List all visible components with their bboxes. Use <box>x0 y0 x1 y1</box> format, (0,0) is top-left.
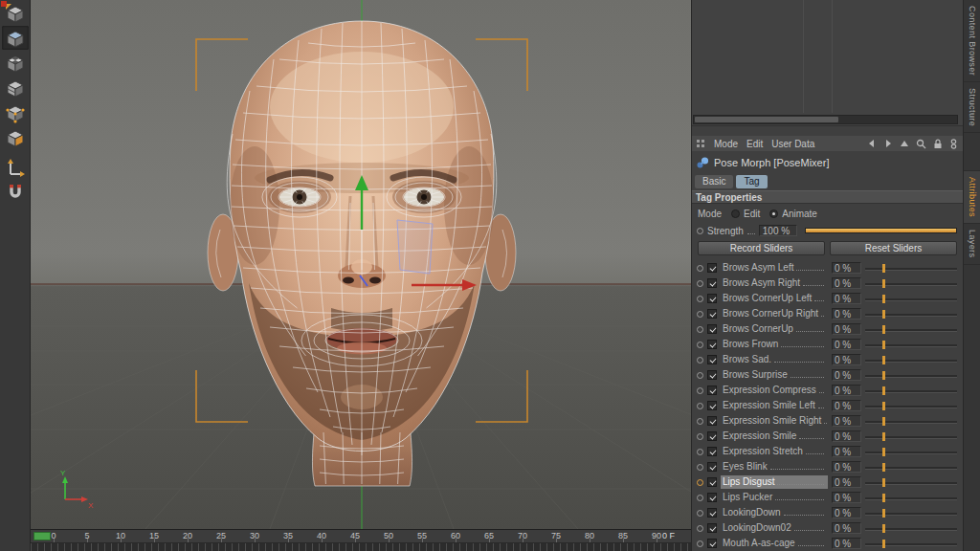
mode-option-animate[interactable]: Animate <box>769 209 817 219</box>
slider-value[interactable]: 0 % <box>832 415 861 427</box>
keyframe-dot-icon[interactable] <box>697 433 703 440</box>
morph-slider-row[interactable]: Brows Asym Right 0 % <box>692 276 963 291</box>
slider-handle[interactable] <box>882 371 885 380</box>
keyframe-dot-icon[interactable] <box>697 540 703 547</box>
slider-checkbox[interactable] <box>707 309 717 319</box>
slider-name-cell[interactable]: Brows CornerUp <box>721 322 828 336</box>
slider-checkbox[interactable] <box>707 294 717 303</box>
slider-handle[interactable] <box>882 295 885 303</box>
slider-value[interactable]: 0 % <box>832 430 861 442</box>
slider-value[interactable]: 0 % <box>832 308 861 320</box>
morph-slider-row[interactable]: Lips Disgust 0 % <box>692 474 963 490</box>
slider-track[interactable] <box>865 323 957 335</box>
slider-checkbox[interactable] <box>707 340 717 349</box>
browser-area[interactable] <box>692 0 963 126</box>
slider-track[interactable] <box>865 430 957 442</box>
slider-handle[interactable] <box>882 310 885 319</box>
morph-slider-row[interactable]: Brows Frown 0 % <box>692 337 963 352</box>
slider-track[interactable] <box>865 476 957 488</box>
morph-slider-row[interactable]: Lips Pucker 0 % <box>692 490 963 505</box>
keyframe-dot-icon[interactable] <box>697 495 703 501</box>
browser-hscrollbar[interactable] <box>693 115 958 124</box>
slider-track[interactable] <box>865 446 957 457</box>
slider-value[interactable]: 0 % <box>832 293 861 304</box>
mode-option-edit[interactable]: Edit <box>731 209 760 219</box>
tab-tag[interactable]: Tag <box>736 175 767 188</box>
reset-sliders-button[interactable]: Reset Sliders <box>830 241 957 255</box>
slider-checkbox[interactable] <box>707 477 717 487</box>
slider-track[interactable] <box>865 277 957 289</box>
morph-slider-row[interactable]: LookingDown02 0 % <box>692 520 963 536</box>
slider-name-cell[interactable]: Expression Smile <box>721 430 828 443</box>
keyframe-dot-icon[interactable] <box>697 357 703 364</box>
link-icon[interactable] <box>949 139 958 149</box>
slider-checkbox[interactable] <box>707 355 717 364</box>
menu-mode[interactable]: Mode <box>714 139 738 149</box>
morph-slider-row[interactable]: LookingDown 0 % <box>692 505 963 520</box>
keyframe-dot-icon[interactable] <box>697 449 703 455</box>
morph-slider-row[interactable]: Brows Asym Left 0 % <box>692 260 963 276</box>
keyframe-dot-icon[interactable] <box>697 510 703 517</box>
slider-handle[interactable] <box>882 325 885 334</box>
slider-name-cell[interactable]: Brows CornerUp Right <box>721 307 828 320</box>
object-title-row[interactable]: Pose Morph [PoseMixer] <box>692 153 963 172</box>
morph-slider-row[interactable]: Brows CornerUp 0 % <box>692 321 963 337</box>
slider-checkbox[interactable] <box>707 370 717 380</box>
keyframe-dot-icon[interactable] <box>697 296 703 302</box>
slider-name-cell[interactable]: Expression Compress <box>721 384 828 397</box>
slider-track[interactable] <box>865 339 957 350</box>
slider-track[interactable] <box>865 522 957 534</box>
tab-structure[interactable]: Structure <box>964 82 980 133</box>
slider-track[interactable] <box>865 262 957 274</box>
slider-value[interactable]: 0 % <box>832 476 861 488</box>
slider-checkbox[interactable] <box>707 324 717 334</box>
morph-slider-row[interactable]: Expression Smile Left 0 % <box>692 398 963 413</box>
slider-name-cell[interactable]: Expression Smile Left <box>721 399 828 412</box>
radio-edit-icon[interactable] <box>731 209 740 218</box>
morph-slider-row[interactable]: Mouth A-as-cage 0 % <box>692 536 963 551</box>
slider-handle[interactable] <box>882 264 885 273</box>
slider-track[interactable] <box>865 538 957 549</box>
slider-track[interactable] <box>865 308 957 320</box>
slider-name-cell[interactable]: Expression Stretch <box>721 445 828 458</box>
slider-handle[interactable] <box>882 356 885 364</box>
points-mode-button[interactable] <box>2 100 29 124</box>
slider-checkbox[interactable] <box>707 386 717 395</box>
slider-handle[interactable] <box>882 478 885 487</box>
slider-handle[interactable] <box>882 402 885 410</box>
slider-checkbox[interactable] <box>707 508 717 518</box>
slider-checkbox[interactable] <box>707 263 717 273</box>
slider-name-cell[interactable]: Brows CornerUp Left <box>721 292 828 305</box>
slider-handle[interactable] <box>882 494 885 502</box>
slider-track[interactable] <box>865 400 957 411</box>
slider-name-cell[interactable]: Brows Asym Left <box>721 261 828 275</box>
morph-slider-row[interactable]: Brows CornerUp Left 0 % <box>692 291 963 306</box>
slider-checkbox[interactable] <box>707 523 717 533</box>
slider-name-cell[interactable]: Brows Sad. <box>721 353 828 366</box>
timeline[interactable]: 0 F 051015202530354045505560657075808590 <box>31 529 691 551</box>
enable-axis-button[interactable] <box>2 155 29 179</box>
slider-value[interactable]: 0 % <box>832 522 861 534</box>
slider-checkbox[interactable] <box>707 462 717 472</box>
slider-value[interactable]: 0 % <box>832 446 861 457</box>
head-model[interactable] <box>208 21 516 486</box>
history-back-icon[interactable] <box>867 139 877 148</box>
radio-animate-icon[interactable] <box>769 209 778 218</box>
slider-checkbox[interactable] <box>707 401 717 410</box>
keyframe-dot-icon[interactable] <box>697 265 703 272</box>
slider-track[interactable] <box>865 354 957 365</box>
slider-handle[interactable] <box>882 386 885 395</box>
up-arrow-icon[interactable] <box>900 139 909 148</box>
morph-slider-row[interactable]: Expression Smile Right 0 % <box>692 413 963 429</box>
keyframe-dot-icon[interactable] <box>697 387 703 394</box>
keyframe-dot-icon[interactable] <box>697 525 703 532</box>
slider-value[interactable]: 0 % <box>832 507 861 518</box>
history-forward-icon[interactable] <box>883 139 893 148</box>
slider-name-cell[interactable]: Lips Pucker <box>721 491 828 504</box>
timeline-minor-ticks[interactable] <box>31 543 691 551</box>
keyframe-dot-icon[interactable] <box>697 403 703 409</box>
keyframe-dot-icon[interactable] <box>697 228 703 234</box>
morph-slider-row[interactable]: Brows Surprise 0 % <box>692 367 963 383</box>
menu-edit[interactable]: Edit <box>746 139 763 149</box>
slider-name-cell[interactable]: Lips Disgust <box>721 475 828 489</box>
